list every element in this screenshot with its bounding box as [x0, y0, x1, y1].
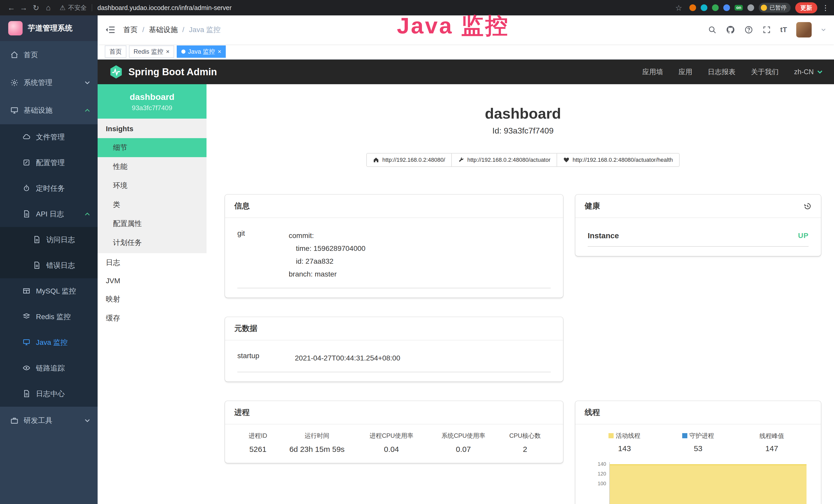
- app-sidebar: 芋道管理系统 首页 系统管理 基础设施 文件管理: [0, 16, 97, 504]
- sba-menu-environment[interactable]: 环境: [97, 176, 206, 195]
- fullscreen-icon[interactable]: [762, 25, 771, 34]
- sidebar-item-error-logs[interactable]: 错误日志: [0, 253, 97, 278]
- health-card: 健康 Instance UP: [575, 194, 821, 256]
- sba-nav-journal[interactable]: 日志报表: [708, 67, 736, 76]
- chevron-up-icon: [84, 107, 90, 113]
- breadcrumb-home[interactable]: 首页: [123, 25, 138, 35]
- back-icon[interactable]: ←: [5, 2, 18, 14]
- app-logo-image: [8, 21, 23, 36]
- timer-icon: [23, 184, 31, 192]
- sba-menu-logs[interactable]: 日志: [97, 253, 206, 272]
- sidebar-item-file-mgmt[interactable]: 文件管理: [0, 124, 97, 150]
- sba-menu-config-props[interactable]: 配置属性: [97, 214, 206, 233]
- home-icon[interactable]: ⌂: [42, 2, 54, 14]
- sidebar-item-dev-tools[interactable]: 研发工具: [0, 407, 97, 434]
- sba-nav-about[interactable]: 关于我们: [751, 67, 778, 76]
- close-icon[interactable]: ×: [166, 48, 170, 55]
- monitor-icon: [23, 338, 31, 347]
- health-url-button[interactable]: http://192.168.0.2:48080/actuator/health: [557, 153, 679, 167]
- dashboard-icon: [10, 51, 19, 59]
- reload-icon[interactable]: ↻: [30, 2, 42, 14]
- tab-java-monitor[interactable]: Java 监控 ×: [177, 45, 226, 58]
- address-bar[interactable]: dashboard.yudao.iocoder.cn/infra/admin-s…: [97, 4, 673, 12]
- chevron-down-icon[interactable]: [821, 27, 826, 32]
- briefcase-icon: [10, 416, 19, 425]
- sba-menu-scheduled-tasks[interactable]: 计划任务: [97, 233, 206, 252]
- paused-label: 已暂停: [770, 4, 787, 12]
- extension-icon[interactable]: [747, 4, 754, 11]
- extension-icon[interactable]: [712, 4, 719, 11]
- sba-menu-metrics[interactable]: 性能: [97, 157, 206, 176]
- sidebar-item-home[interactable]: 首页: [0, 41, 97, 69]
- history-icon[interactable]: [804, 202, 812, 210]
- tab-home[interactable]: 首页: [105, 45, 126, 58]
- home-icon: [373, 157, 379, 163]
- actuator-url-button[interactable]: http://192.168.0.2:48080/actuator: [452, 153, 557, 167]
- sba-menu-group-insights: Insights 细节 性能 环境 类 配置属性 计划任务: [97, 119, 206, 253]
- heartbeat-icon: [563, 157, 569, 163]
- layers-icon: [23, 313, 31, 321]
- sba-menu-caches[interactable]: 缓存: [97, 308, 206, 328]
- browser-menu-icon[interactable]: ⋮: [822, 4, 829, 12]
- sidebar-item-redis-monitor[interactable]: Redis 监控: [0, 304, 97, 330]
- sba-locale-select[interactable]: zh-CN: [794, 68, 823, 76]
- browser-update-button[interactable]: 更新: [795, 2, 817, 13]
- legend-swatch-live: [609, 433, 614, 438]
- sidebar-item-system-mgmt[interactable]: 系统管理: [0, 69, 97, 96]
- screen: ← → ↻ ⌂ ⚠ 不安全 dashboard.yudao.iocoder.cn…: [0, 0, 834, 504]
- sba-brand[interactable]: Spring Boot Admin: [109, 65, 217, 79]
- app-logo-row: 芋道管理系统: [0, 16, 97, 41]
- close-icon[interactable]: ×: [218, 48, 221, 55]
- extension-icon[interactable]: [723, 4, 730, 11]
- instance-links: http://192.168.0.2:48080/ http://192.168…: [225, 153, 821, 167]
- sidebar-item-scheduled-tasks[interactable]: 定时任务: [0, 176, 97, 201]
- process-card: 进程 进程ID 运行时间 进程CPU使用率 系统CPU使用率 CPU核心数 52…: [225, 401, 563, 463]
- extension-icon[interactable]: [689, 4, 696, 11]
- sba-nav-applications[interactable]: 应用: [678, 67, 692, 76]
- sidebar-item-java-monitor[interactable]: Java 监控: [0, 330, 97, 356]
- threads-chart: 140 120 100: [588, 461, 809, 504]
- table-icon: [23, 287, 31, 295]
- github-icon[interactable]: [726, 25, 735, 35]
- breadcrumb: 首页 / 基础设施 / Java 监控: [123, 25, 221, 35]
- recording-paused-badge[interactable]: 已暂停: [759, 3, 791, 13]
- sidebar-item-infrastructure[interactable]: 基础设施: [0, 96, 97, 124]
- user-avatar[interactable]: [796, 22, 812, 38]
- extension-on-badge[interactable]: on: [734, 5, 743, 10]
- sba-menu-jvm[interactable]: JVM: [97, 272, 206, 290]
- sidebar-item-config-mgmt[interactable]: 配置管理: [0, 150, 97, 176]
- security-label: 不安全: [68, 4, 87, 12]
- divider: [92, 4, 92, 11]
- tab-redis-monitor[interactable]: Redis 监控 ×: [129, 45, 174, 58]
- sba-menu-mappings[interactable]: 映射: [97, 290, 206, 308]
- sba-nav-wallboard[interactable]: 应用墙: [642, 67, 663, 76]
- sidebar-item-access-logs[interactable]: 访问日志: [0, 227, 97, 253]
- gear-icon: [10, 78, 19, 87]
- sba-navbar: Spring Boot Admin 应用墙 应用 日志报表 关于我们 zh-CN: [97, 60, 834, 84]
- bookmark-star-icon[interactable]: ☆: [673, 2, 685, 14]
- document-icon: [23, 210, 31, 218]
- warning-icon: ⚠: [60, 4, 66, 12]
- document-icon: [33, 236, 41, 244]
- live-threads-area: [610, 464, 807, 504]
- search-icon[interactable]: [708, 25, 717, 34]
- font-size-icon[interactable]: tT: [780, 26, 787, 34]
- document-icon: [33, 261, 41, 270]
- breadcrumb-current: Java 监控: [189, 25, 221, 35]
- sba-instance-header[interactable]: dashboard 93a3fc7f7409: [97, 84, 206, 119]
- sidebar-item-api-logs[interactable]: API 日志: [0, 201, 97, 227]
- security-indicator[interactable]: ⚠ 不安全: [60, 4, 87, 12]
- forward-icon[interactable]: →: [18, 2, 30, 14]
- sidebar-item-mysql-monitor[interactable]: MySQL 监控: [0, 278, 97, 304]
- breadcrumb-infrastructure[interactable]: 基础设施: [149, 25, 178, 35]
- header-actions: tT: [708, 22, 826, 38]
- eye-icon: [23, 364, 31, 372]
- sidebar-toggle-icon[interactable]: [97, 16, 123, 44]
- help-icon[interactable]: [744, 25, 753, 34]
- extension-icon[interactable]: [701, 4, 707, 11]
- service-url-button[interactable]: http://192.168.0.2:48080/: [366, 153, 452, 167]
- sidebar-item-link-trace[interactable]: 链路追踪: [0, 356, 97, 381]
- sba-menu-details[interactable]: 细节: [97, 138, 206, 157]
- sba-menu-beans[interactable]: 类: [97, 195, 206, 214]
- sidebar-item-log-center[interactable]: 日志中心: [0, 381, 97, 407]
